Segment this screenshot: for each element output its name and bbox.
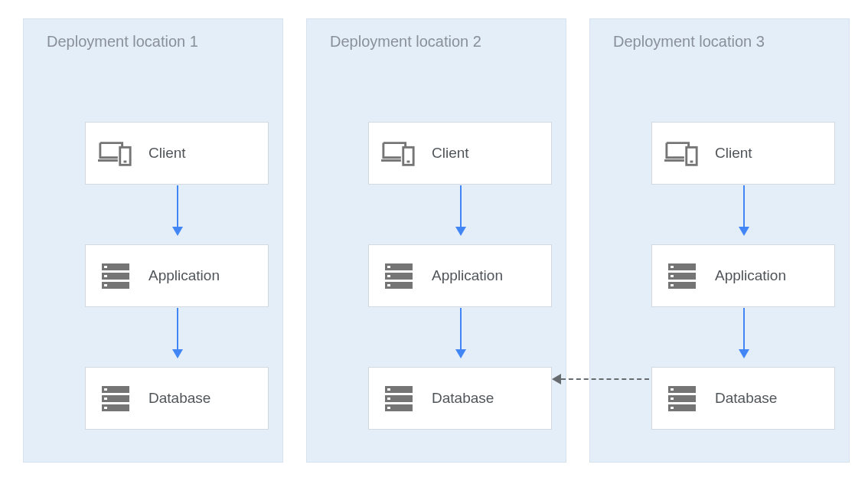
svg-rect-5 bbox=[104, 266, 107, 268]
arrow-down-icon bbox=[177, 308, 178, 357]
svg-rect-26 bbox=[387, 398, 390, 400]
svg-rect-1 bbox=[124, 161, 127, 163]
svg-rect-21 bbox=[387, 284, 390, 286]
svg-rect-27 bbox=[387, 407, 390, 409]
server-icon bbox=[664, 383, 700, 414]
tier-label: Database bbox=[432, 390, 494, 407]
devices-icon bbox=[664, 138, 700, 169]
location-title: Deployment location 1 bbox=[24, 33, 282, 51]
tier-application: Application bbox=[85, 244, 269, 307]
svg-rect-19 bbox=[387, 266, 390, 268]
tier-label: Database bbox=[148, 390, 210, 407]
svg-rect-33 bbox=[671, 266, 674, 268]
svg-rect-29 bbox=[690, 161, 693, 163]
tier-database: Database bbox=[651, 367, 835, 430]
location-title: Deployment location 2 bbox=[307, 33, 566, 51]
tier-client: Client bbox=[651, 122, 835, 185]
server-icon bbox=[381, 383, 416, 414]
arrow-down-icon bbox=[743, 308, 745, 357]
server-icon bbox=[98, 383, 133, 414]
svg-rect-40 bbox=[671, 398, 674, 400]
tier-database: Database bbox=[368, 367, 552, 430]
svg-rect-12 bbox=[104, 398, 107, 400]
location-panel-2: Deployment location 2 Client bbox=[306, 18, 566, 463]
location-panel-1: Deployment location 1 Client bbox=[23, 18, 283, 463]
arrow-down-icon bbox=[743, 185, 745, 234]
tier-label: Application bbox=[148, 267, 220, 284]
tier-label: Client bbox=[148, 145, 186, 162]
server-icon bbox=[664, 260, 700, 291]
devices-icon bbox=[98, 138, 133, 169]
svg-rect-13 bbox=[104, 407, 107, 409]
location-title: Deployment location 3 bbox=[590, 33, 849, 51]
tier-application: Application bbox=[651, 244, 835, 307]
arrow-down-icon bbox=[460, 308, 462, 357]
tier-client: Client bbox=[85, 122, 269, 185]
svg-rect-25 bbox=[387, 388, 390, 391]
svg-rect-20 bbox=[387, 275, 390, 277]
tier-label: Database bbox=[715, 390, 777, 407]
svg-rect-41 bbox=[671, 407, 674, 409]
svg-rect-6 bbox=[104, 275, 107, 277]
svg-rect-34 bbox=[671, 275, 674, 277]
tier-database: Database bbox=[85, 367, 269, 430]
location-panel-3: Deployment location 3 Client bbox=[589, 18, 850, 463]
tier-label: Application bbox=[432, 267, 503, 284]
svg-rect-35 bbox=[671, 284, 674, 286]
server-icon bbox=[98, 260, 133, 291]
devices-icon bbox=[381, 138, 416, 169]
svg-rect-7 bbox=[104, 284, 107, 286]
tier-label: Application bbox=[715, 267, 786, 284]
diagram-stage: Deployment location 1 Client bbox=[0, 0, 868, 481]
tier-label: Client bbox=[432, 145, 469, 162]
tier-client: Client bbox=[368, 122, 552, 185]
tier-label: Client bbox=[715, 145, 752, 162]
arrow-down-icon bbox=[177, 185, 178, 234]
arrow-down-icon bbox=[460, 185, 462, 234]
tier-application: Application bbox=[368, 244, 552, 307]
svg-rect-39 bbox=[671, 388, 674, 391]
svg-rect-15 bbox=[407, 161, 410, 163]
svg-rect-11 bbox=[104, 388, 107, 391]
server-icon bbox=[381, 260, 416, 291]
